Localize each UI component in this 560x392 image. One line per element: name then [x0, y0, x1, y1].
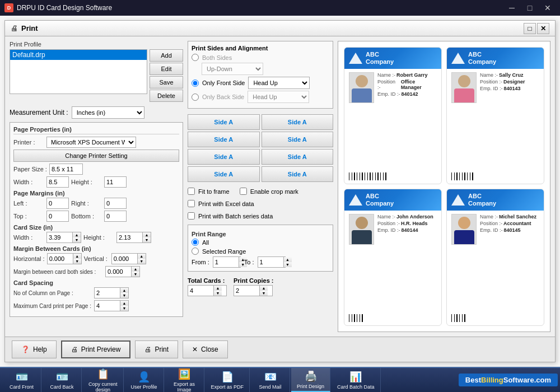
columns-up[interactable]: ▲: [120, 288, 128, 293]
print-excel-checkbox[interactable]: [188, 200, 195, 207]
card-1-emp-row: Emp. ID :- 840142: [377, 91, 437, 97]
side-btn-4[interactable]: Side A: [262, 132, 334, 147]
delete-profile-button[interactable]: Delete: [150, 90, 183, 102]
from-input[interactable]: [213, 257, 239, 267]
page-width-input[interactable]: [46, 176, 69, 188]
vertical-input[interactable]: [112, 254, 137, 264]
both-sides-up[interactable]: ▲: [132, 267, 139, 272]
maximize-button[interactable]: □: [522, 0, 538, 16]
print-button[interactable]: 🖨 Print: [135, 340, 178, 358]
export-image-icon: 🖼️: [178, 368, 190, 380]
horizontal-up[interactable]: ▲: [73, 254, 81, 259]
side-btn-3[interactable]: Side A: [188, 132, 260, 147]
paper-size-input[interactable]: [49, 164, 83, 175]
total-cards-input[interactable]: [188, 286, 213, 296]
max-cards-down[interactable]: ▼: [120, 306, 128, 311]
dialog-restore-button[interactable]: □: [524, 23, 536, 34]
both-sides-input[interactable]: [106, 267, 131, 277]
columns-down[interactable]: ▼: [120, 293, 128, 298]
both-sides-down[interactable]: ▼: [132, 272, 139, 277]
all-range-radio[interactable]: [192, 239, 199, 246]
print-copies-up[interactable]: ▲: [260, 286, 268, 291]
card-height-up[interactable]: ▲: [143, 232, 151, 237]
card-1-info: Name :- Robert Garry Position :- Office …: [377, 72, 437, 167]
card-2-pos-label: Position :-: [480, 79, 502, 85]
dialog-close-button[interactable]: ✕: [537, 23, 549, 34]
side-btn-5[interactable]: Side A: [188, 149, 260, 165]
print-copies-spinner[interactable]: ▲ ▼: [234, 285, 273, 296]
margin-right-input[interactable]: [104, 198, 127, 209]
help-button[interactable]: ❓ Help: [12, 340, 57, 358]
total-cards-spinner[interactable]: ▲ ▼: [188, 285, 227, 296]
to-input[interactable]: [258, 257, 283, 267]
front-align-select[interactable]: Head Up: [248, 77, 310, 89]
taskbar-send-mail[interactable]: 📧 Send Mail: [251, 368, 290, 392]
app-close-button[interactable]: ✕: [540, 0, 556, 16]
card-width-down[interactable]: ▼: [73, 237, 81, 242]
enable-crop-checkbox[interactable]: [240, 188, 247, 195]
profile-item-default[interactable]: Default.drp: [10, 50, 147, 60]
taskbar-card-front[interactable]: 🪪 Card Front: [2, 368, 41, 392]
vertical-down[interactable]: ▼: [138, 259, 146, 264]
to-up[interactable]: ▲: [284, 257, 292, 262]
taskbar-card-batch[interactable]: 📊 Card Batch Data: [332, 368, 381, 392]
taskbar-card-back[interactable]: 🪪 Card Back: [43, 368, 82, 392]
to-spinner[interactable]: ▲ ▼: [258, 256, 286, 268]
fit-to-frame-checkbox[interactable]: [188, 188, 195, 195]
card-width-input[interactable]: [47, 232, 72, 242]
back-side-radio[interactable]: [192, 94, 199, 101]
max-cards-spinner[interactable]: ▲ ▼: [94, 300, 129, 311]
to-down[interactable]: ▼: [284, 262, 292, 267]
margin-top-input[interactable]: [46, 211, 69, 222]
updown-select[interactable]: Up-Down: [202, 63, 263, 75]
save-profile-button[interactable]: Save: [150, 76, 183, 88]
taskbar-copy-design[interactable]: 📋 Copy currentdesign: [83, 368, 124, 392]
vertical-up[interactable]: ▲: [138, 254, 146, 259]
max-cards-input[interactable]: [95, 301, 120, 311]
from-spinner[interactable]: ▲ ▼: [213, 256, 241, 268]
close-button[interactable]: ✕ Close: [183, 340, 228, 358]
edit-profile-button[interactable]: Edit: [150, 63, 183, 75]
max-cards-up[interactable]: ▲: [120, 301, 128, 306]
horizontal-spinner[interactable]: ▲ ▼: [47, 253, 82, 264]
both-sides-spinner[interactable]: ▲ ▼: [105, 266, 140, 277]
print-copies-input[interactable]: [234, 286, 259, 296]
measurement-select[interactable]: Inches (in): [72, 106, 144, 119]
side-btn-1[interactable]: Side A: [188, 114, 260, 130]
card-width-up[interactable]: ▲: [73, 232, 81, 237]
profile-list[interactable]: Default.drp: [10, 49, 147, 94]
card-height-spinner[interactable]: ▲ ▼: [116, 232, 151, 243]
card-width-spinner[interactable]: ▲ ▼: [46, 232, 81, 243]
printer-select[interactable]: Microsoft XPS Document Wr: [46, 137, 136, 148]
card-height-down[interactable]: ▼: [143, 237, 151, 242]
horizontal-down[interactable]: ▼: [73, 259, 81, 264]
horizontal-input[interactable]: [48, 254, 73, 264]
columns-input[interactable]: [95, 288, 120, 298]
columns-spinner[interactable]: ▲ ▼: [94, 287, 129, 298]
side-btn-8[interactable]: Side A: [262, 166, 334, 182]
back-align-select[interactable]: Head Up: [248, 91, 309, 103]
card-height-input[interactable]: [117, 232, 142, 242]
both-sides-radio[interactable]: [192, 54, 199, 61]
margin-left-input[interactable]: [46, 198, 69, 209]
taskbar-export-pdf[interactable]: 📄 Export as PDF: [206, 368, 250, 392]
taskbar-print-design[interactable]: 🖨️ Print Design: [291, 368, 330, 392]
add-profile-button[interactable]: Add: [150, 49, 183, 62]
side-btn-7[interactable]: Side A: [188, 166, 260, 182]
margin-bottom-input[interactable]: [104, 211, 127, 222]
side-btn-2[interactable]: Side A: [262, 114, 334, 130]
vertical-spinner[interactable]: ▲ ▼: [111, 253, 146, 264]
side-btn-6[interactable]: Side A: [262, 149, 334, 165]
print-preview-button[interactable]: 🖨 Print Preview: [61, 340, 131, 358]
front-side-radio[interactable]: [192, 80, 199, 87]
taskbar-export-image[interactable]: 🖼️ Export asImage: [165, 368, 204, 392]
minimize-button[interactable]: ─: [504, 0, 520, 16]
total-cards-down[interactable]: ▼: [214, 291, 222, 296]
change-printer-button[interactable]: Change Printer Setting: [13, 150, 179, 162]
taskbar-user-profile[interactable]: 👤 User Profile: [125, 368, 164, 392]
total-cards-up[interactable]: ▲: [214, 286, 222, 291]
print-batch-checkbox[interactable]: [188, 212, 195, 220]
selected-range-radio[interactable]: [192, 248, 199, 255]
print-copies-down[interactable]: ▼: [260, 291, 268, 296]
page-height-input[interactable]: [104, 176, 127, 188]
